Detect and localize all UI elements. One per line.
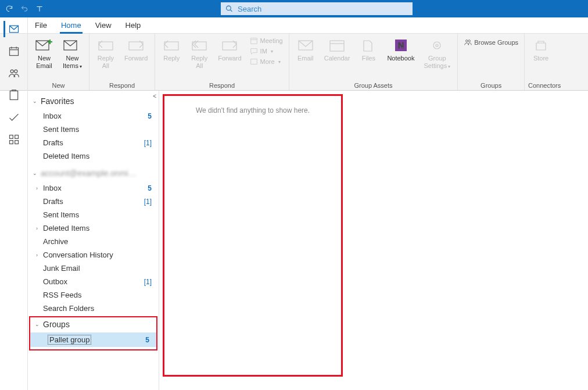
rail-tasks[interactable] <box>5 87 23 103</box>
svg-point-17 <box>468 40 471 42</box>
rail-more[interactable] <box>5 131 23 148</box>
rail-mail[interactable] <box>3 21 22 37</box>
folder-junk-email[interactable]: Junk Email <box>28 262 159 275</box>
svg-point-0 <box>227 6 231 10</box>
groups-header[interactable]: ⌄Groups <box>30 317 156 332</box>
folder-rss-feeds[interactable]: RSS Feeds <box>28 288 159 302</box>
mail-icon <box>8 23 20 35</box>
folder-inbox[interactable]: Inbox5 <box>28 109 159 123</box>
people-icon <box>464 38 472 46</box>
calendar-icon <box>8 45 20 57</box>
folder-archive[interactable]: Archive <box>28 235 159 248</box>
svg-point-16 <box>466 40 468 42</box>
folder-pane: < ⌄Favorites Inbox5Sent ItemsDrafts[1]De… <box>28 91 159 390</box>
tab-view[interactable]: View <box>88 17 119 33</box>
reply-icon <box>96 37 115 53</box>
svg-rect-22 <box>10 91 17 100</box>
folder-deleted-items[interactable]: ›Deleted Items <box>28 221 159 235</box>
forward-icon <box>220 37 239 53</box>
chevron-down-icon: ⌄ <box>33 170 38 176</box>
im-button: IM▾ <box>248 46 285 56</box>
tab-help[interactable]: Help <box>119 17 148 33</box>
new-items-button[interactable]: NewItems▾ <box>59 36 85 70</box>
asset-email-button: Email <box>293 36 318 63</box>
search-icon <box>225 5 233 13</box>
folder-pallet-group[interactable]: Pallet group5 <box>30 332 156 347</box>
ribbon-group-groups: Browse Groups Groups <box>458 34 525 90</box>
forward-icon <box>127 37 145 53</box>
svg-rect-23 <box>9 135 13 139</box>
folder-outbox[interactable]: Outbox[1] <box>28 275 159 288</box>
reply-all-icon <box>190 37 209 53</box>
rail-people[interactable] <box>5 65 23 81</box>
message-list-highlight-box: We didn't find anything to show here. <box>163 94 343 377</box>
meeting-icon <box>250 37 258 45</box>
empty-message: We didn't find anything to show here. <box>170 106 335 115</box>
people-icon <box>8 67 20 79</box>
search-input[interactable] <box>238 5 408 13</box>
folder-drafts[interactable]: Drafts[1] <box>28 195 159 208</box>
ribbon-group-connectors: Store Connectors <box>525 34 564 90</box>
svg-rect-26 <box>15 141 18 144</box>
refresh-icon[interactable] <box>3 3 15 15</box>
asset-calendar-button: Calendar <box>321 36 354 63</box>
forward-button-2: Forward <box>214 36 245 63</box>
svg-point-15 <box>436 44 438 46</box>
svg-point-21 <box>14 70 17 73</box>
folder-search-folders[interactable]: Search Folders <box>28 302 159 315</box>
grid-icon <box>8 134 20 145</box>
ribbon-group-respond1: ReplyAll Forward Respond <box>89 34 155 90</box>
favorites-header[interactable]: ⌄Favorites <box>28 91 159 109</box>
undo-icon[interactable] <box>19 3 30 15</box>
new-email-icon <box>35 37 53 53</box>
svg-rect-8 <box>250 38 257 44</box>
title-bar <box>0 0 588 17</box>
folder-sent-items[interactable]: Sent Items <box>28 123 159 136</box>
chevron-down-icon: ⌄ <box>33 98 38 104</box>
collapse-folder-pane-icon[interactable]: < <box>153 93 156 99</box>
search-box[interactable] <box>221 2 413 15</box>
rail-todo[interactable] <box>5 109 23 126</box>
svg-point-14 <box>433 42 440 49</box>
asset-notebook-button[interactable]: NNotebook <box>383 36 418 63</box>
chevron-right-icon: › <box>36 185 42 191</box>
reply-icon <box>162 37 181 53</box>
store-icon <box>532 37 550 53</box>
left-rail <box>0 17 28 390</box>
folder-drafts[interactable]: Drafts[1] <box>28 136 159 149</box>
svg-rect-19 <box>9 48 18 55</box>
account-header[interactable]: ⌄account@example.onmi… <box>28 163 159 181</box>
ribbon-group-new: NewEmail NewItems▾ New <box>28 34 89 90</box>
folder-sent-items[interactable]: Sent Items <box>28 208 159 221</box>
calendar-icon <box>328 37 346 53</box>
gear-icon <box>428 37 446 53</box>
svg-rect-11 <box>330 41 344 51</box>
new-items-icon <box>63 37 81 53</box>
browse-groups-button[interactable]: Browse Groups <box>461 36 521 47</box>
ribbon-group-assets: Email Calendar Files NNotebook GroupSett… <box>289 34 458 90</box>
svg-rect-24 <box>15 135 18 139</box>
folder-conversation-history[interactable]: ›Conversation History <box>28 248 159 262</box>
tab-file[interactable]: File <box>28 17 54 33</box>
chevron-right-icon: › <box>36 226 42 231</box>
more-button: More▾ <box>248 57 285 66</box>
folder-deleted-items[interactable]: Deleted Items <box>28 149 159 163</box>
svg-rect-25 <box>9 141 13 144</box>
folder-inbox[interactable]: ›Inbox5 <box>28 181 159 195</box>
chevron-right-icon: › <box>36 252 42 258</box>
more-icon <box>250 58 258 66</box>
svg-text:N: N <box>398 41 404 50</box>
ribbon-tabs: File Home View Help <box>0 17 588 34</box>
rail-calendar[interactable] <box>5 43 23 59</box>
tasks-icon <box>8 90 20 101</box>
todo-icon <box>8 112 20 123</box>
ribbon-group-respond2: Reply ReplyAll Forward Meeting IM▾ More▾… <box>155 34 289 90</box>
group-settings-button: GroupSettings▾ <box>420 36 454 70</box>
customize-qat-icon[interactable] <box>34 3 45 15</box>
asset-files-button: Files <box>356 36 381 63</box>
notebook-icon: N <box>392 37 410 53</box>
forward-button: Forward <box>121 36 151 63</box>
new-email-button[interactable]: NewEmail <box>31 36 57 70</box>
tab-home[interactable]: Home <box>54 17 88 33</box>
reply-all-button-2: ReplyAll <box>187 36 212 70</box>
